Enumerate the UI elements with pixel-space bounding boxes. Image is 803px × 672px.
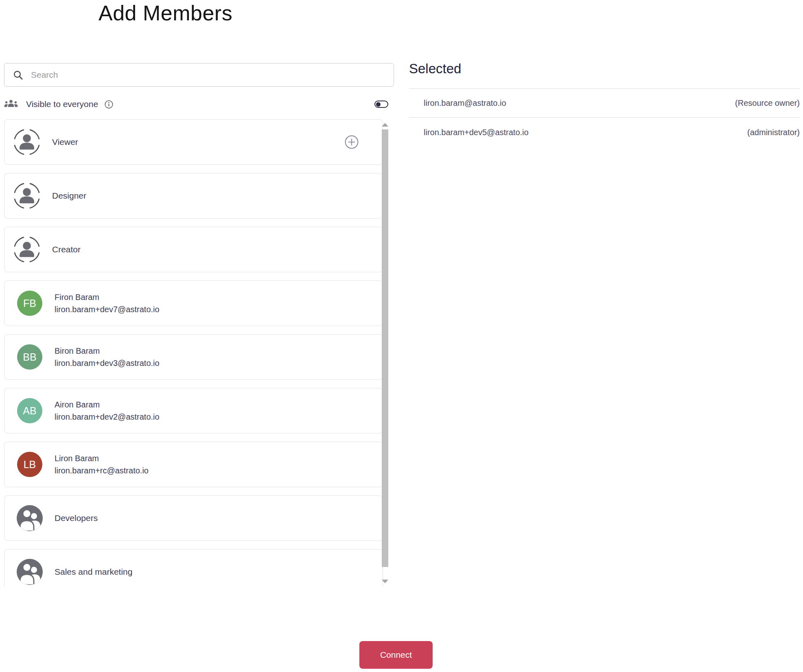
scroll-down-icon[interactable] [382, 580, 388, 583]
selected-member-role: (administrator) [747, 128, 800, 137]
list-item-user[interactable]: LB Liron Baram liron.baram+rc@astrato.io [4, 442, 383, 487]
selected-member-row: liron.baram+dev5@astrato.io (administrat… [409, 118, 800, 147]
scrollbar-thumb[interactable] [382, 129, 388, 567]
list-item-role-creator[interactable]: Creator [4, 227, 383, 272]
page-title: Add Members [98, 1, 232, 25]
user-name: Biron Baram [55, 346, 160, 356]
selected-member-email: liron.baram@astrato.io [424, 99, 506, 108]
search-input[interactable] [31, 70, 394, 80]
user-email: liron.baram+dev2@astrato.io [55, 412, 160, 422]
list-item-role-designer[interactable]: Designer [4, 173, 383, 219]
list-item-label: Designer [52, 191, 86, 201]
visibility-toggle[interactable] [374, 101, 388, 108]
list-item-group-developers[interactable]: Developers [4, 495, 383, 541]
info-icon[interactable] [105, 100, 113, 109]
list-item-user[interactable]: FB Firon Baram liron.baram+dev7@astrato.… [4, 280, 383, 326]
person-dashed-icon [13, 129, 40, 155]
avatar: LB [17, 452, 42, 477]
avatar: FB [17, 291, 42, 316]
selected-member-email: liron.baram+dev5@astrato.io [424, 128, 529, 137]
list-item-role-viewer[interactable]: Viewer [4, 119, 383, 165]
user-name: Airon Baram [55, 400, 160, 409]
visibility-label: Visible to everyone [26, 99, 98, 109]
user-email: liron.baram+rc@astrato.io [55, 466, 149, 475]
groups-icon [4, 98, 18, 110]
avatar: AB [17, 398, 42, 423]
list-item-user[interactable]: BB Biron Baram liron.baram+dev3@astrato.… [4, 334, 383, 380]
list-item-label: Sales and marketing [55, 567, 132, 577]
list-item-label: Creator [52, 245, 81, 254]
user-name: Liron Baram [55, 454, 149, 463]
person-dashed-icon [13, 236, 40, 263]
group-avatar-icon [17, 505, 43, 531]
user-email: liron.baram+dev7@astrato.io [55, 305, 160, 314]
visibility-row: Visible to everyone [4, 97, 394, 112]
person-dashed-icon [13, 182, 40, 209]
add-icon[interactable] [344, 135, 359, 149]
connect-button[interactable]: Connect [359, 641, 433, 669]
members-list: Viewer Designer Creator FB Firon Baram l… [4, 119, 393, 587]
search-box [4, 63, 394, 87]
list-item-group-sales[interactable]: Sales and marketing [4, 549, 383, 587]
selected-member-role: (Resource owner) [735, 99, 800, 108]
avatar: BB [17, 344, 42, 370]
selected-panel: Selected liron.baram@astrato.io (Resourc… [409, 61, 800, 147]
toggle-knob [376, 102, 381, 107]
selected-member-row: liron.baram@astrato.io (Resource owner) [409, 88, 800, 118]
user-name: Firon Baram [55, 293, 160, 302]
search-icon [13, 70, 24, 81]
scroll-up-icon[interactable] [382, 123, 388, 127]
selected-heading: Selected [409, 61, 800, 77]
list-item-label: Developers [55, 513, 98, 523]
list-item-label: Viewer [52, 137, 78, 147]
group-avatar-icon [17, 559, 43, 585]
user-email: liron.baram+dev3@astrato.io [55, 359, 160, 368]
list-item-user[interactable]: AB Airon Baram liron.baram+dev2@astrato.… [4, 388, 383, 433]
